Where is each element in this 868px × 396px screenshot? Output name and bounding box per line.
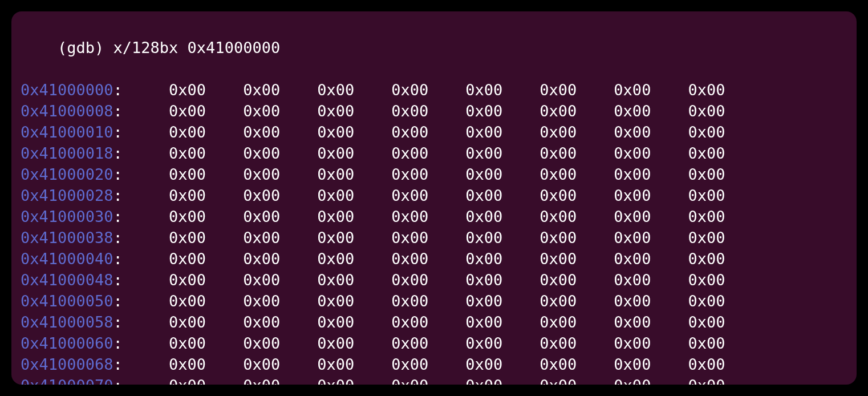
memory-bytes: 0x00 0x00 0x00 0x00 0x00 0x00 0x00 0x00 xyxy=(123,102,725,120)
colon-separator: : xyxy=(113,187,123,204)
colon-separator: : xyxy=(113,102,123,120)
memory-bytes: 0x00 0x00 0x00 0x00 0x00 0x00 0x00 0x00 xyxy=(123,313,725,331)
memory-bytes: 0x00 0x00 0x00 0x00 0x00 0x00 0x00 0x00 xyxy=(123,271,725,289)
colon-separator: : xyxy=(113,334,123,352)
memory-row: 0x41000010: 0x00 0x00 0x00 0x00 0x00 0x0… xyxy=(21,122,847,143)
memory-row: 0x41000040: 0x00 0x00 0x00 0x00 0x00 0x0… xyxy=(21,248,847,269)
memory-row: 0x41000030: 0x00 0x00 0x00 0x00 0x00 0x0… xyxy=(21,206,847,227)
memory-bytes: 0x00 0x00 0x00 0x00 0x00 0x00 0x00 0x00 xyxy=(123,144,725,162)
memory-address: 0x41000050 xyxy=(21,292,113,310)
memory-bytes: 0x00 0x00 0x00 0x00 0x00 0x00 0x00 0x00 xyxy=(123,208,725,225)
memory-bytes: 0x00 0x00 0x00 0x00 0x00 0x00 0x00 0x00 xyxy=(123,377,725,385)
memory-row: 0x41000008: 0x00 0x00 0x00 0x00 0x00 0x0… xyxy=(21,100,847,122)
memory-bytes: 0x00 0x00 0x00 0x00 0x00 0x00 0x00 0x00 xyxy=(123,165,725,183)
memory-row: 0x41000058: 0x00 0x00 0x00 0x00 0x00 0x0… xyxy=(21,312,847,333)
memory-bytes: 0x00 0x00 0x00 0x00 0x00 0x00 0x00 0x00 xyxy=(123,81,725,99)
memory-row: 0x41000070: 0x00 0x00 0x00 0x00 0x00 0x0… xyxy=(21,375,847,385)
memory-address: 0x41000070 xyxy=(21,377,113,385)
memory-address: 0x41000008 xyxy=(21,102,113,120)
memory-bytes: 0x00 0x00 0x00 0x00 0x00 0x00 0x00 0x00 xyxy=(123,250,725,268)
terminal-window[interactable]: (gdb) x/128bx 0x41000000 0x41000000: 0x0… xyxy=(11,11,857,385)
colon-separator: : xyxy=(113,355,123,373)
memory-address: 0x41000000 xyxy=(21,81,113,99)
memory-row: 0x41000000: 0x00 0x00 0x00 0x00 0x00 0x0… xyxy=(21,79,847,100)
memory-row: 0x41000018: 0x00 0x00 0x00 0x00 0x00 0x0… xyxy=(21,143,847,164)
memory-row: 0x41000060: 0x00 0x00 0x00 0x00 0x00 0x0… xyxy=(21,333,847,354)
memory-row: 0x41000068: 0x00 0x00 0x00 0x00 0x00 0x0… xyxy=(21,354,847,375)
colon-separator: : xyxy=(113,250,123,268)
memory-bytes: 0x00 0x00 0x00 0x00 0x00 0x00 0x00 0x00 xyxy=(123,187,725,204)
memory-address: 0x41000048 xyxy=(21,271,113,289)
colon-separator: : xyxy=(113,271,123,289)
memory-row: 0x41000028: 0x00 0x00 0x00 0x00 0x00 0x0… xyxy=(21,185,847,206)
memory-bytes: 0x00 0x00 0x00 0x00 0x00 0x00 0x00 0x00 xyxy=(123,334,725,352)
memory-address: 0x41000010 xyxy=(21,123,113,141)
memory-address: 0x41000028 xyxy=(21,187,113,204)
gdb-prompt-line: (gdb) x/128bx 0x41000000 xyxy=(21,16,847,79)
memory-bytes: 0x00 0x00 0x00 0x00 0x00 0x00 0x00 0x00 xyxy=(123,229,725,247)
memory-address: 0x41000030 xyxy=(21,208,113,225)
memory-bytes: 0x00 0x00 0x00 0x00 0x00 0x00 0x00 0x00 xyxy=(123,123,725,141)
gdb-command: (gdb) x/128bx 0x41000000 xyxy=(58,39,280,56)
colon-separator: : xyxy=(113,165,123,183)
colon-separator: : xyxy=(113,81,123,99)
memory-address: 0x41000020 xyxy=(21,165,113,183)
memory-row: 0x41000048: 0x00 0x00 0x00 0x00 0x00 0x0… xyxy=(21,269,847,290)
memory-address: 0x41000038 xyxy=(21,229,113,247)
colon-separator: : xyxy=(113,292,123,310)
memory-address: 0x41000040 xyxy=(21,250,113,268)
memory-row: 0x41000020: 0x00 0x00 0x00 0x00 0x00 0x0… xyxy=(21,164,847,185)
colon-separator: : xyxy=(113,377,123,385)
memory-dump: 0x41000000: 0x00 0x00 0x00 0x00 0x00 0x0… xyxy=(21,79,847,385)
memory-bytes: 0x00 0x00 0x00 0x00 0x00 0x00 0x00 0x00 xyxy=(123,355,725,373)
memory-bytes: 0x00 0x00 0x00 0x00 0x00 0x00 0x00 0x00 xyxy=(123,292,725,310)
memory-row: 0x41000050: 0x00 0x00 0x00 0x00 0x00 0x0… xyxy=(21,290,847,312)
memory-row: 0x41000038: 0x00 0x00 0x00 0x00 0x00 0x0… xyxy=(21,227,847,248)
memory-address: 0x41000060 xyxy=(21,334,113,352)
colon-separator: : xyxy=(113,144,123,162)
colon-separator: : xyxy=(113,208,123,225)
colon-separator: : xyxy=(113,229,123,247)
colon-separator: : xyxy=(113,313,123,331)
memory-address: 0x41000068 xyxy=(21,355,113,373)
colon-separator: : xyxy=(113,123,123,141)
memory-address: 0x41000058 xyxy=(21,313,113,331)
memory-address: 0x41000018 xyxy=(21,144,113,162)
